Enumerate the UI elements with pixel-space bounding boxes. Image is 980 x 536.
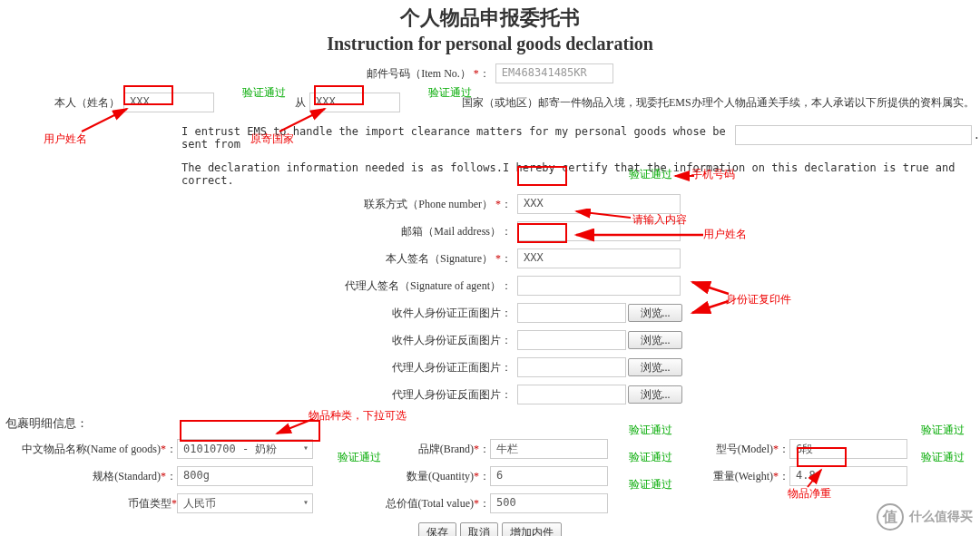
validate-phone: 验证通过 [629,167,672,182]
label-standard: 规格(Standard)*： [0,469,177,484]
label-name: 本人（姓名） [54,95,120,111]
validate-model: 验证通过 [921,423,965,438]
page-title-cn: 个人物品申报委托书 [0,5,980,32]
annot-goods-category: 物品种类，下拉可选 [309,408,407,424]
validate-quantity: 验证通过 [629,450,672,465]
watermark-text: 什么值得买 [909,509,973,525]
validate-country: 验证通过 [428,85,472,101]
input-signature[interactable]: XXX [517,249,681,268]
input-model[interactable]: 6段 [789,439,907,459]
validate-weight: 验证通过 [921,450,965,465]
input-brand[interactable]: 牛栏 [490,439,608,459]
input-phone[interactable]: XXX [517,194,681,214]
watermark: 值 什么值得买 [877,503,973,531]
page-title-en: Instruction for personal goods declarati… [0,34,980,54]
label-total: 总价值(Total value)*： [313,496,490,512]
input-agent-sig[interactable] [517,276,681,296]
annot-phone: 手机号码 [691,167,735,182]
validate-total: 验证通过 [629,477,672,492]
label-agent-id-back: 代理人身份证反面图片： [0,387,517,403]
input-agent-id-back[interactable] [517,385,626,404]
select-goods-name[interactable]: 01010700 - 奶粉 [177,439,313,459]
select-currency[interactable]: 人民币 [177,493,313,513]
sentence-tail: 国家（或地区）邮寄一件物品入境，现委托EMS办理个人物品通关手续，本人承诺以下所… [462,95,975,111]
validate-brand: 验证通过 [629,423,672,438]
label-item-no: 邮件号码（Item No.） *： [367,66,490,82]
label-mail: 邮箱（Mail address）： [0,224,517,239]
annot-net-weight: 物品净重 [788,486,831,502]
input-total[interactable]: 500 [490,493,608,513]
validate-name: 验证通过 [242,85,286,101]
label-from: 从 [295,95,306,111]
label-quantity: 数量(Quantity)*： [313,469,490,484]
save-button[interactable]: 保存 [418,522,456,536]
label-goods-name: 中文物品名称(Name of goods)*： [0,442,177,457]
watermark-logo: 值 [877,503,904,531]
label-agent-id-front: 代理人身份证正面图片： [0,360,517,375]
annot-id-copy: 身份证复印件 [726,292,791,307]
input-agent-id-front[interactable] [517,357,626,377]
annot-user-name: 用户姓名 [44,132,87,147]
cancel-button[interactable]: 取消 [460,522,498,536]
label-currency: 币值类型* [0,496,177,512]
input-id-front[interactable] [517,303,626,323]
input-weight[interactable]: 4.8 [789,466,907,486]
label-agent-sig: 代理人签名（Signature of agent）： [0,278,517,294]
input-item-no[interactable]: EM468341485KR [495,63,613,83]
add-item-button[interactable]: 增加内件 [502,522,562,536]
label-id-front: 收件人身份证正面图片： [0,306,517,321]
label-phone: 联系方式（Phone number） *： [0,197,517,212]
label-id-back: 收件人身份证反面图片： [0,333,517,348]
section-header: 包裹明细信息： [5,415,980,432]
annot-origin-country: 原寄国家 [250,132,294,147]
input-quantity[interactable]: 6 [490,466,608,486]
browse-agent-id-front[interactable]: 浏览... [628,358,682,376]
validate-standard: 验证通过 [338,450,381,465]
annot-user-name2: 用户姓名 [703,227,747,242]
label-signature: 本人签名（Signature） *： [0,251,517,267]
browse-agent-id-back[interactable]: 浏览... [628,385,682,404]
annot-please-input: 请输入内容 [632,212,687,228]
input-standard[interactable]: 800g [177,466,313,486]
input-id-back[interactable] [517,330,626,350]
input-country-en[interactable] [735,125,972,145]
english-sentence-2: The declaration information needed is as… [181,161,980,187]
input-name[interactable]: XXX [123,93,214,112]
input-country[interactable]: XXX [309,93,400,112]
browse-id-front[interactable]: 浏览... [628,304,682,322]
browse-id-back[interactable]: 浏览... [628,331,682,349]
